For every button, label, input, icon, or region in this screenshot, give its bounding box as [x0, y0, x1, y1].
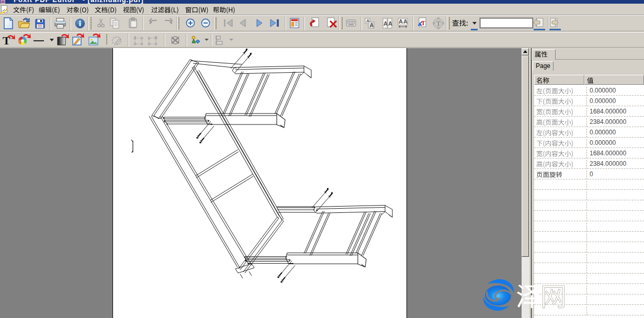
svg-text:A: A — [370, 22, 374, 28]
svg-text:A: A — [383, 20, 388, 27]
svg-text:A: A — [399, 18, 403, 25]
svg-text:A: A — [403, 18, 408, 25]
svg-text:T: T — [421, 19, 425, 27]
svg-text:T: T — [436, 20, 440, 27]
svg-text:A: A — [388, 20, 392, 27]
